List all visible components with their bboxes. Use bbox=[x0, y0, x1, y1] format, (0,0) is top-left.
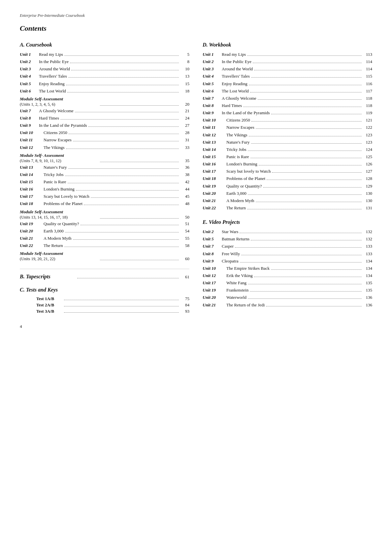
list-item: Unit 19 Quality or Quantity? 51 bbox=[20, 221, 189, 227]
section-a-items4: Unit 19 Quality or Quantity? 51 Unit 20 … bbox=[20, 221, 189, 249]
list-item: Unit 1 Read my Lips 5 bbox=[20, 51, 189, 58]
list-item: Unit 3 Around the World 10 bbox=[20, 66, 189, 72]
module2-heading: Module Self- Assessment bbox=[20, 153, 189, 158]
list-item: Unit 5 Enjoy Reading 15 bbox=[20, 81, 189, 87]
list-item: Unit 9 In the Land of the Pyramids 119 bbox=[203, 110, 372, 116]
section-e-items: Unit 2 Star Wars 132 Unit 5 Batman Retur… bbox=[203, 228, 372, 308]
list-item: Unit 16 London's Burning 126 bbox=[203, 161, 372, 167]
list-item: Unit 7 A Ghostly Welcome 118 bbox=[203, 95, 372, 102]
list-item: Unit 9 Cleopatra 134 bbox=[203, 258, 372, 264]
list-item: Test 3A/B 93 bbox=[20, 309, 189, 314]
list-item: Unit 20 Earth 3,000 54 bbox=[20, 228, 189, 234]
list-item: Unit 7 Casper 133 bbox=[203, 243, 372, 250]
section-e-heading: E. Video Projects bbox=[203, 219, 372, 225]
list-item: Unit 1 Read my Lips 113 bbox=[203, 51, 372, 58]
list-item: Unit 21 The Return of the Jedi 136 bbox=[203, 302, 372, 308]
section-c: C. Tests and Keys Test 1A/B 75 Test 2A/B… bbox=[20, 287, 189, 314]
list-item: Unit 10 Citizens 2050 121 bbox=[203, 117, 372, 123]
list-item: Unit 17 Scary but lovely to Watch 127 bbox=[203, 168, 372, 175]
list-item: Unit 12 The Vikings 33 bbox=[20, 144, 189, 151]
section-a-items1: Unit 1 Read my Lips 5 Unit 2 In the Publ… bbox=[20, 51, 189, 94]
list-item: Unit 2 Star Wars 132 bbox=[203, 228, 372, 235]
section-c-items: Test 1A/B 75 Test 2A/B 84 Test 3A/B 93 bbox=[20, 296, 189, 314]
section-a-items2: Unit 7 A Ghostly Welcome 21 Unit 8 Hard … bbox=[20, 108, 189, 151]
list-item: Unit 2 In the Public Eye 114 bbox=[203, 58, 372, 65]
list-item: Unit 17 Scary but Lovely to Watch 45 bbox=[20, 193, 189, 200]
list-item: Unit 16 London's Burning 44 bbox=[20, 186, 189, 192]
list-item: Unit 11 Narrow Escapes 31 bbox=[20, 137, 189, 143]
list-item: Unit 22 The Return 131 bbox=[203, 205, 372, 211]
module4-sub: (Units 19, 20, 21, 22) 60 bbox=[20, 256, 189, 261]
list-item: Test 2A/B 84 bbox=[20, 302, 189, 308]
list-item: Unit 10 Citizens 2050 28 bbox=[20, 129, 189, 136]
list-item: Unit 21 A Modern Myth 55 bbox=[20, 235, 189, 242]
module2-sub: (Units 7, 8, 9, 10, 11, 12) 35 bbox=[20, 158, 189, 163]
list-item: Unit 18 Problems of the Planet 128 bbox=[203, 175, 372, 182]
list-item: Unit 7 A Ghostly Welcome 21 bbox=[20, 108, 189, 114]
list-item: Unit 20 Earth 3,000 130 bbox=[203, 190, 372, 197]
list-item: Unit 10 The Empire Strikes Back 134 bbox=[203, 265, 372, 272]
list-item: Unit 22 The Return 58 bbox=[20, 242, 189, 249]
section-d-items: Unit 1 Read my Lips 113 Unit 2 In the Pu… bbox=[203, 51, 372, 211]
section-a-heading: A. Coursebook bbox=[20, 42, 189, 48]
list-item: Test 1A/B 75 bbox=[20, 296, 189, 301]
list-item: Unit 15 Panic is Rare 125 bbox=[203, 154, 372, 160]
section-c-heading: C. Tests and Keys bbox=[20, 287, 189, 293]
list-item: Unit 6 The Lost World 18 bbox=[20, 88, 189, 94]
list-item: Unit 9 In the Land of the Pyramids 27 bbox=[20, 122, 189, 129]
list-item: Unit 20 Waterworld 136 bbox=[203, 294, 372, 301]
list-item: Unit 8 Hard Times 118 bbox=[203, 102, 372, 109]
list-item: Unit 5 Enjoy Reading 116 bbox=[203, 81, 372, 87]
section-b: B. Tapescripts 61 bbox=[20, 269, 189, 280]
page-title: Contents bbox=[20, 24, 372, 33]
footer-page-number: 4 bbox=[20, 324, 189, 329]
list-item: Unit 4 Travellers' Tales 115 bbox=[203, 73, 372, 80]
list-item: Unit 14 Tricky Jobs 124 bbox=[203, 146, 372, 153]
list-item: Unit 14 Tricky Jobs 38 bbox=[20, 171, 189, 178]
list-item: Unit 15 Panic is Rare 42 bbox=[20, 179, 189, 185]
module1-sub: (Units 1, 2, 3, 4, 5, 6) 20 bbox=[20, 102, 189, 107]
list-item: Unit 13 Nature's Fury 36 bbox=[20, 164, 189, 171]
section-a-items3: Unit 13 Nature's Fury 36 Unit 14 Tricky … bbox=[20, 164, 189, 207]
section-e: E. Video Projects Unit 2 Star Wars 132 U… bbox=[203, 219, 372, 308]
list-item: Unit 8 Hard Times 24 bbox=[20, 115, 189, 122]
list-item: Unit 8 Free Willy 133 bbox=[203, 251, 372, 257]
module3-heading: Module Self-Assessment bbox=[20, 209, 189, 215]
list-item: Unit 13 Nature's Fury 123 bbox=[203, 139, 372, 146]
section-a: A. Coursebook Unit 1 Read my Lips 5 Unit… bbox=[20, 42, 189, 261]
list-item: Unit 12 The Vikings 123 bbox=[203, 132, 372, 138]
list-item: Unit 3 Around the World 114 bbox=[203, 66, 372, 72]
page-label: Enterprise Pre-Intermediate Coursebook bbox=[20, 13, 372, 18]
module1-heading: Module Self-Assessment bbox=[20, 96, 189, 102]
list-item: Unit 5 Batman Returns 132 bbox=[203, 236, 372, 242]
left-column: A. Coursebook Unit 1 Read my Lips 5 Unit… bbox=[20, 42, 189, 329]
list-item: Unit 19 Frankenstein 135 bbox=[203, 287, 372, 294]
list-item: Unit 17 White Fang 135 bbox=[203, 280, 372, 286]
list-item: Unit 21 A Modern Myth 130 bbox=[203, 197, 372, 204]
list-item: Unit 18 Problems of the Planet 48 bbox=[20, 200, 189, 207]
right-column: D. Workbook Unit 1 Read my Lips 113 Unit… bbox=[203, 42, 372, 329]
list-item: Unit 11 Narrow Escapes 122 bbox=[203, 124, 372, 131]
list-item: Unit 19 Quality or Quantity? 129 bbox=[203, 183, 372, 190]
module3-sub: (Units 13, 14, 15, 16, 17, 18) 50 bbox=[20, 215, 189, 220]
section-d-heading: D. Workbook bbox=[203, 42, 372, 48]
list-item: Unit 2 In the Public Eye 8 bbox=[20, 58, 189, 65]
module4-heading: Module Self-Assessment bbox=[20, 251, 189, 256]
section-d: D. Workbook Unit 1 Read my Lips 113 Unit… bbox=[203, 42, 372, 211]
list-item: Unit 12 Erik the Viking 134 bbox=[203, 272, 372, 279]
list-item: Unit 6 The Lost World 117 bbox=[203, 88, 372, 94]
list-item: Unit 4 Travellers' Tales 13 bbox=[20, 73, 189, 80]
